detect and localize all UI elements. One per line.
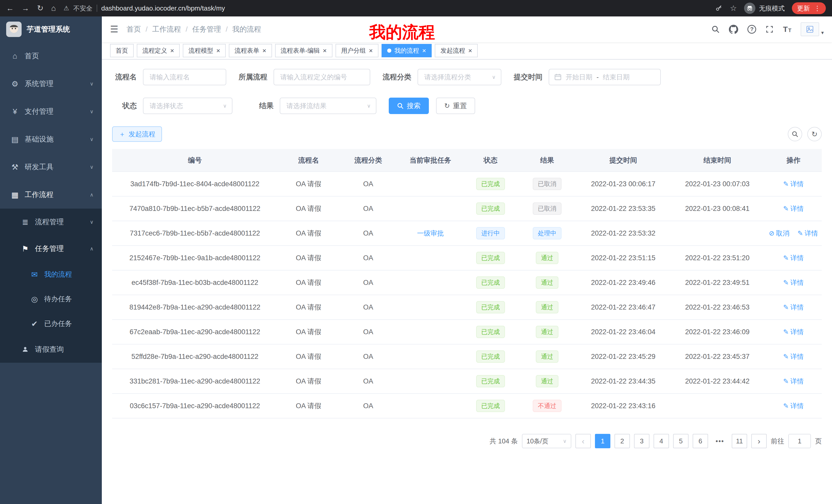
- status-tag: 已完成: [476, 400, 505, 412]
- result-tag: 通过: [536, 301, 558, 313]
- sidebar-item-task-mgmt[interactable]: ⚑ 任务管理 ∧: [0, 235, 102, 262]
- sidebar-item-infra[interactable]: ▤ 基础设施 ∨: [0, 125, 102, 153]
- close-icon[interactable]: [422, 47, 426, 54]
- tab[interactable]: 流程定义: [137, 44, 180, 57]
- detail-link[interactable]: 详情: [783, 254, 804, 262]
- tab[interactable]: 首页: [110, 44, 134, 57]
- detail-link[interactable]: 详情: [783, 279, 804, 286]
- detail-link[interactable]: 详情: [783, 180, 804, 188]
- sidebar-item-home[interactable]: ⌂ 首页: [0, 42, 102, 70]
- goto-page-input[interactable]: [788, 434, 811, 448]
- search-icon[interactable]: [711, 25, 720, 33]
- cell-status: 已完成: [464, 196, 517, 221]
- page-button[interactable]: 11: [732, 434, 747, 448]
- refresh-table-button[interactable]: ↻: [807, 127, 822, 141]
- tab[interactable]: 流程表单-编辑: [275, 44, 333, 57]
- status-tag: 已完成: [476, 202, 505, 215]
- search-toggle-button[interactable]: [788, 127, 802, 141]
- chevron-left-icon: ‹: [582, 437, 585, 445]
- detail-link[interactable]: 详情: [783, 303, 804, 311]
- sidebar-item-my-process[interactable]: ✉ 我的流程: [0, 262, 102, 287]
- page: ← → ↻ ⌂ ⚠ 不安全 dashboard.yudao.iocoder.cn…: [0, 0, 832, 504]
- close-icon[interactable]: [170, 47, 174, 54]
- page-button[interactable]: 6: [693, 434, 708, 448]
- page-button[interactable]: 5: [673, 434, 688, 448]
- sidebar-item-todo-tasks[interactable]: ◎ 待办任务: [0, 287, 102, 311]
- help-icon[interactable]: ?: [747, 25, 756, 34]
- sidebar-item-workflow[interactable]: ▦ 工作流程 ∧: [0, 181, 102, 208]
- font-size-icon[interactable]: TT: [783, 25, 791, 34]
- close-icon[interactable]: [216, 47, 220, 54]
- sidebar-item-payment[interactable]: ¥ 支付管理 ∨: [0, 97, 102, 125]
- reset-button[interactable]: ↻ 重置: [436, 97, 475, 114]
- detail-link[interactable]: 详情: [783, 402, 804, 410]
- update-button[interactable]: 更新 ⋮: [792, 2, 826, 14]
- user-icon: [21, 346, 30, 353]
- process-def-input[interactable]: [274, 69, 370, 85]
- detail-link[interactable]: 详情: [783, 377, 804, 385]
- cell-result: 不通过: [517, 394, 577, 418]
- sidebar-item-devtools[interactable]: ⚒ 研发工具 ∨: [0, 153, 102, 181]
- create-process-button[interactable]: ＋ 发起流程: [112, 127, 162, 142]
- tab[interactable]: 流程模型: [183, 44, 226, 57]
- cell-category: OA: [339, 344, 397, 369]
- current-task-link[interactable]: 一级审批: [417, 229, 444, 237]
- close-icon[interactable]: [262, 47, 266, 54]
- process-name-input[interactable]: [143, 69, 226, 85]
- date-range-picker[interactable]: 开始日期 - 结束日期: [549, 69, 661, 85]
- next-page-button[interactable]: ›: [751, 434, 767, 448]
- result-select[interactable]: 请选择流结果 ∨: [280, 97, 376, 114]
- check-icon: ✔: [30, 319, 39, 328]
- close-icon[interactable]: [323, 47, 327, 54]
- page-button[interactable]: 3: [634, 434, 649, 448]
- detail-link[interactable]: 详情: [798, 229, 818, 237]
- close-icon[interactable]: [468, 47, 472, 54]
- sidebar-item-leave-query[interactable]: 请假查询: [0, 336, 102, 363]
- key-icon[interactable]: [715, 4, 723, 12]
- sidebar-item-process-mgmt[interactable]: ≣ 流程管理 ∨: [0, 208, 102, 235]
- detail-link[interactable]: 详情: [783, 205, 804, 213]
- tab[interactable]: 发起流程: [435, 44, 478, 57]
- status-select[interactable]: 请选择状态 ∨: [143, 97, 232, 114]
- browser-home-button[interactable]: ⌂: [51, 4, 56, 12]
- close-icon[interactable]: [369, 47, 373, 54]
- search-button[interactable]: 搜索: [389, 97, 429, 114]
- app-frame: 芋道管理系统 ⌂ 首页 ⚙ 系统管理 ∨ ¥ 支付管理 ∨ ▤: [0, 17, 832, 504]
- breadcrumb-item[interactable]: 工作流程: [152, 24, 181, 34]
- page-button[interactable]: 2: [615, 434, 630, 448]
- cell-status: 进行中: [464, 221, 517, 246]
- category-select[interactable]: 请选择流程分类 ∨: [418, 69, 501, 85]
- cancel-link[interactable]: 取消: [769, 229, 789, 237]
- column-header: 结束时间: [670, 149, 765, 172]
- result-tag: 已取消: [533, 178, 562, 190]
- tab[interactable]: 流程表单: [229, 44, 272, 57]
- avatar[interactable]: ▾: [801, 22, 824, 36]
- page-button[interactable]: •••: [712, 434, 728, 448]
- tab[interactable]: 用户分组: [336, 44, 379, 57]
- breadcrumb-item[interactable]: 任务管理: [192, 24, 221, 34]
- menu-dots-icon[interactable]: ⋮: [814, 4, 821, 12]
- sidebar-item-label: 支付管理: [25, 107, 53, 116]
- detail-link[interactable]: 详情: [783, 328, 804, 336]
- page-button[interactable]: 4: [654, 434, 669, 448]
- caret-down-icon: ▾: [821, 30, 824, 36]
- tab[interactable]: 我的流程: [382, 44, 432, 57]
- hamburger-icon[interactable]: ☰: [110, 24, 118, 35]
- back-button[interactable]: ←: [6, 4, 14, 12]
- chat-icon: ✉: [30, 270, 39, 279]
- page-size-select[interactable]: 10条/页 ∨: [522, 434, 571, 448]
- prev-page-button[interactable]: ‹: [575, 434, 591, 448]
- detail-link[interactable]: 详情: [783, 353, 804, 360]
- star-icon[interactable]: ☆: [730, 4, 737, 12]
- sidebar-item-system[interactable]: ⚙ 系统管理 ∨: [0, 70, 102, 97]
- reload-button[interactable]: ↻: [37, 4, 44, 12]
- breadcrumb-item[interactable]: 首页: [127, 24, 141, 34]
- cell-result: 通过: [517, 344, 577, 369]
- forward-button[interactable]: →: [22, 4, 29, 12]
- page-button[interactable]: 1: [595, 434, 610, 448]
- address-bar[interactable]: ⚠ 不安全 dashboard.yudao.iocoder.cn/bpm/tas…: [63, 4, 707, 12]
- github-icon[interactable]: [729, 25, 738, 34]
- search-button-label: 搜索: [407, 101, 421, 110]
- sidebar-item-done-tasks[interactable]: ✔ 已办任务: [0, 311, 102, 336]
- fullscreen-icon[interactable]: [765, 25, 774, 33]
